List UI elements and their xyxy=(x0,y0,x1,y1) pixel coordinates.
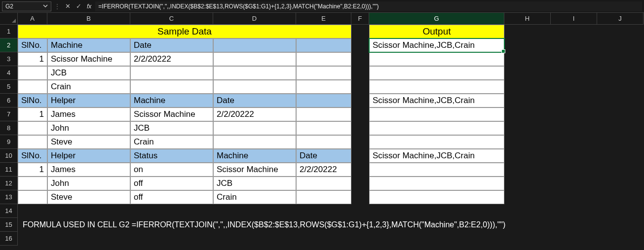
cell-A2[interactable]: SlNo. xyxy=(18,38,47,52)
cell-C4[interactable] xyxy=(130,66,213,80)
cell-C5[interactable] xyxy=(130,80,213,94)
row-header-14[interactable]: 14 xyxy=(0,204,18,218)
cell-A7[interactable]: 1 xyxy=(18,107,47,121)
cell-B7[interactable]: James xyxy=(47,107,130,121)
cell-D11[interactable]: Scissor Machine xyxy=(213,163,296,177)
cell-E5[interactable] xyxy=(296,80,351,94)
cell-D12[interactable]: JCB xyxy=(213,177,296,190)
row-header-1[interactable]: 1 xyxy=(0,25,18,38)
row-header-5[interactable]: 5 xyxy=(0,80,18,94)
cell-G12[interactable] xyxy=(369,177,504,190)
formula-input[interactable] xyxy=(95,1,642,11)
cell-C3[interactable]: 2/2/20222 xyxy=(130,52,213,66)
cell-E9[interactable] xyxy=(296,135,351,149)
cell-B9[interactable]: Steve xyxy=(47,135,130,149)
cell-C10[interactable]: Status xyxy=(130,149,213,163)
cell-E4[interactable] xyxy=(296,66,351,80)
cell-C6[interactable]: Machine xyxy=(130,94,213,107)
cell-G4[interactable] xyxy=(369,66,504,80)
cell-A11[interactable]: 1 xyxy=(18,163,47,177)
cell-A10[interactable]: SlNo. xyxy=(18,149,47,163)
row-header-15[interactable]: 15 xyxy=(0,218,18,232)
cell-C9[interactable]: Crain xyxy=(130,135,213,149)
column-header-B[interactable]: B xyxy=(47,13,130,25)
column-header-J[interactable]: J xyxy=(597,13,644,25)
cell-G3[interactable] xyxy=(369,52,504,66)
column-header-E[interactable]: E xyxy=(296,13,351,25)
cell-A8[interactable] xyxy=(18,121,47,135)
cell-D6[interactable]: Date xyxy=(213,94,296,107)
cell-A12[interactable] xyxy=(18,177,47,190)
cell-B13[interactable]: Steve xyxy=(47,190,130,204)
column-header-G[interactable]: G xyxy=(369,13,504,25)
cell-G7[interactable] xyxy=(369,107,504,121)
cell-G2[interactable]: Scissor Machine,JCB,Crain xyxy=(369,38,504,52)
cell-D3[interactable] xyxy=(213,52,296,66)
cell-E7[interactable] xyxy=(296,107,351,121)
cell-B6[interactable]: Helper xyxy=(47,94,130,107)
chevron-down-icon[interactable] xyxy=(43,3,48,10)
select-all-corner[interactable] xyxy=(0,13,18,25)
cell-A3[interactable]: 1 xyxy=(18,52,47,66)
cell-D7[interactable]: 2/2/20222 xyxy=(213,107,296,121)
cell-G13[interactable] xyxy=(369,190,504,204)
cell-D13[interactable]: Crain xyxy=(213,190,296,204)
row-header-10[interactable]: 10 xyxy=(0,149,18,163)
row-header-9[interactable]: 9 xyxy=(0,135,18,149)
cell-D2[interactable] xyxy=(213,38,296,52)
cell-E3[interactable] xyxy=(296,52,351,66)
cell-B2[interactable]: Machine xyxy=(47,38,130,52)
sheet-body[interactable]: Sample DataOutputSlNo.MachineDateScissor… xyxy=(18,25,644,250)
cell-G6[interactable]: Scissor Machine,JCB,Crain xyxy=(369,94,504,107)
cell-C7[interactable]: Scissor Machine xyxy=(130,107,213,121)
cancel-icon[interactable]: ✕ xyxy=(63,2,72,11)
row-header-6[interactable]: 6 xyxy=(0,94,18,107)
confirm-icon[interactable]: ✓ xyxy=(74,2,83,11)
cell-E8[interactable] xyxy=(296,121,351,135)
cell-D10[interactable]: Machine xyxy=(213,149,296,163)
name-box[interactable]: G2 xyxy=(2,1,51,11)
cell-B10[interactable]: Helper xyxy=(47,149,130,163)
cell-E11[interactable]: 2/2/20222 xyxy=(296,163,351,177)
row-header-13[interactable]: 13 xyxy=(0,190,18,204)
row-header-2[interactable]: 2 xyxy=(0,38,18,52)
cell-D5[interactable] xyxy=(213,80,296,94)
cell-C2[interactable]: Date xyxy=(130,38,213,52)
cell-G5[interactable] xyxy=(369,80,504,94)
cell-B4[interactable]: JCB xyxy=(47,66,130,80)
cell-A6[interactable]: SlNo. xyxy=(18,94,47,107)
cell-D8[interactable] xyxy=(213,121,296,135)
row-header-4[interactable]: 4 xyxy=(0,66,18,80)
cell-B3[interactable]: Scissor Machine xyxy=(47,52,130,66)
row-header-16[interactable]: 16 xyxy=(0,232,18,246)
column-header-F[interactable]: F xyxy=(351,13,369,25)
row-header-3[interactable]: 3 xyxy=(0,52,18,66)
cell-A5[interactable] xyxy=(18,80,47,94)
column-header-A[interactable]: A xyxy=(18,13,47,25)
column-header-C[interactable]: C xyxy=(130,13,213,25)
cell-B11[interactable]: James xyxy=(47,163,130,177)
cell-G9[interactable] xyxy=(369,135,504,149)
cell-D9[interactable] xyxy=(213,135,296,149)
column-header-I[interactable]: I xyxy=(551,13,597,25)
cell-A9[interactable] xyxy=(18,135,47,149)
cell-G11[interactable] xyxy=(369,163,504,177)
output-header[interactable]: Output xyxy=(369,25,504,38)
cell-A4[interactable] xyxy=(18,66,47,80)
cell-E10[interactable]: Date xyxy=(296,149,351,163)
cell-G8[interactable] xyxy=(369,121,504,135)
cell-B8[interactable]: John xyxy=(47,121,130,135)
row-header-12[interactable]: 12 xyxy=(0,177,18,190)
row-header-11[interactable]: 11 xyxy=(0,163,18,177)
cell-C11[interactable]: on xyxy=(130,163,213,177)
cell-B5[interactable]: Crain xyxy=(47,80,130,94)
cell-E6[interactable] xyxy=(296,94,351,107)
formula-note[interactable]: FORMULA USED IN CELL G2 =IFERROR(TEXTJOI… xyxy=(20,218,508,232)
cell-C12[interactable]: off xyxy=(130,177,213,190)
fx-icon[interactable]: fx xyxy=(85,3,93,10)
cell-C13[interactable]: off xyxy=(130,190,213,204)
cell-B12[interactable]: John xyxy=(47,177,130,190)
row-header-8[interactable]: 8 xyxy=(0,121,18,135)
cell-A13[interactable] xyxy=(18,190,47,204)
column-header-D[interactable]: D xyxy=(213,13,296,25)
